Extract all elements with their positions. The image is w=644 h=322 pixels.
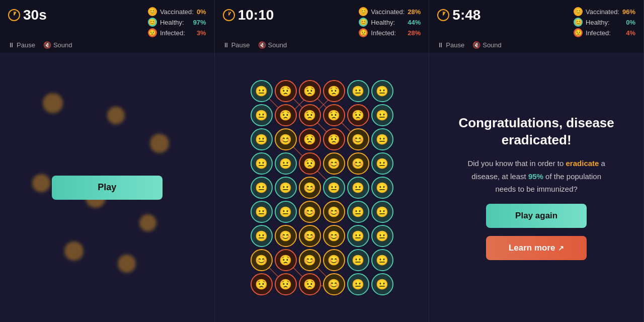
infected-face-2: 😟 bbox=[359, 28, 368, 37]
node-r9c4[interactable]: 😊 bbox=[323, 273, 345, 295]
node-r3c1[interactable]: 😐 bbox=[251, 128, 273, 150]
node-r7c5[interactable]: 😐 bbox=[347, 225, 369, 247]
node-r9c6[interactable]: 😐 bbox=[371, 273, 393, 295]
play-again-button[interactable]: Play again bbox=[486, 204, 587, 228]
node-r6c1[interactable]: 😐 bbox=[251, 201, 273, 223]
node-r8c6[interactable]: 😐 bbox=[371, 249, 393, 271]
node-r7c3[interactable]: 😊 bbox=[299, 225, 321, 247]
timer-icon-1 bbox=[8, 9, 20, 21]
node-r4c4[interactable]: 😊 bbox=[323, 152, 345, 175]
node-r8c3[interactable]: 😊 bbox=[299, 249, 321, 271]
panel-1: 30s 😊 Vaccinated: 0% 😊 Healthy: 97% 😟 In… bbox=[0, 0, 215, 322]
node-r1c3[interactable]: 😟 bbox=[299, 80, 321, 102]
infected-face-1: 😟 bbox=[148, 28, 157, 37]
node-r8c4[interactable]: 😊 bbox=[323, 249, 345, 271]
timer-icon-2 bbox=[223, 9, 235, 21]
panel2-timer: 10:10 bbox=[223, 7, 274, 23]
panel2-stat-vaccinated: 😊 Vaccinated: 28% bbox=[359, 7, 421, 16]
grid-row-3: 😐 😊 😟 😟 😊 😐 bbox=[251, 128, 393, 150]
panel1-controls: ⏸ Pause 🔇 Sound bbox=[0, 41, 214, 53]
vaccinated-face-3: 😊 bbox=[574, 7, 583, 16]
panel1-pause-button[interactable]: ⏸ Pause bbox=[8, 41, 35, 49]
panel1-timer: 30s bbox=[8, 7, 47, 23]
grid-row-2: 😐 😟 😟 😟 😟 😐 bbox=[251, 104, 393, 126]
panel2-controls: ⏸ Pause 🔇 Sound bbox=[215, 41, 429, 53]
panel1-content: Play bbox=[0, 53, 214, 322]
panel1-stat-vaccinated: 😊 Vaccinated: 0% bbox=[148, 7, 206, 16]
panel2-content: 😐 😟 😟 😟 😐 😐 😐 😟 😟 😟 😟 😐 bbox=[215, 53, 429, 322]
panel2-sound-button[interactable]: 🔇 Sound bbox=[258, 41, 287, 49]
panel1-sound-button[interactable]: 🔇 Sound bbox=[43, 41, 72, 49]
node-r3c2[interactable]: 😊 bbox=[275, 128, 297, 150]
node-r2c3[interactable]: 😟 bbox=[299, 104, 321, 126]
panel-3: 5:48 😊 Vaccinated: 96% 😊 Healthy: 0% 😟 I… bbox=[429, 0, 644, 322]
node-r2c6[interactable]: 😐 bbox=[371, 104, 393, 126]
node-r5c4[interactable]: 😐 bbox=[323, 177, 345, 199]
node-r7c6[interactable]: 😐 bbox=[371, 225, 393, 247]
timer-icon-3 bbox=[437, 9, 449, 21]
node-r9c1[interactable]: 😟 bbox=[251, 273, 273, 295]
node-r2c2[interactable]: 😟 bbox=[275, 104, 297, 126]
panel2-stat-infected: 😟 Infected: 28% bbox=[359, 28, 421, 37]
node-r6c3[interactable]: 😊 bbox=[299, 201, 321, 223]
node-r5c6[interactable]: 😐 bbox=[371, 177, 393, 199]
panel2-stat-healthy: 😊 Healthy: 44% bbox=[359, 18, 421, 27]
node-r3c5[interactable]: 😊 bbox=[347, 128, 369, 150]
node-r9c2[interactable]: 😟 bbox=[275, 273, 297, 295]
panel3-stats: 😊 Vaccinated: 96% 😊 Healthy: 0% 😟 Infect… bbox=[574, 7, 635, 37]
node-r2c4[interactable]: 😟 bbox=[323, 104, 345, 126]
panel-2: 10:10 😊 Vaccinated: 28% 😊 Healthy: 44% 😟… bbox=[215, 0, 430, 322]
grid-row-4: 😐 😐 😟 😊 😊 😐 bbox=[251, 152, 393, 175]
panel3-controls: ⏸ Pause 🔇 Sound bbox=[429, 41, 643, 53]
node-r5c1[interactable]: 😐 bbox=[251, 177, 273, 199]
node-r4c6[interactable]: 😐 bbox=[371, 152, 393, 175]
grid-row-9: 😟 😟 😟 😊 😐 😐 bbox=[251, 273, 393, 295]
node-r6c6[interactable]: 😐 bbox=[371, 201, 393, 223]
node-r3c4[interactable]: 😟 bbox=[323, 128, 345, 150]
node-r4c5[interactable]: 😊 bbox=[347, 152, 369, 175]
node-r6c2[interactable]: 😐 bbox=[275, 201, 297, 223]
node-r8c2[interactable]: 😟 bbox=[275, 249, 297, 271]
panel3-pause-button[interactable]: ⏸ Pause bbox=[437, 41, 464, 49]
healthy-face-3: 😊 bbox=[574, 18, 583, 27]
node-r9c5[interactable]: 😐 bbox=[347, 273, 369, 295]
node-r1c1[interactable]: 😐 bbox=[251, 80, 273, 102]
node-r4c1[interactable]: 😐 bbox=[251, 152, 273, 175]
node-r4c2[interactable]: 😐 bbox=[275, 152, 297, 175]
node-r7c2[interactable]: 😊 bbox=[275, 225, 297, 247]
node-r5c2[interactable]: 😐 bbox=[275, 177, 297, 199]
vaccinated-face-1: 😊 bbox=[148, 7, 157, 16]
node-r1c6[interactable]: 😐 bbox=[371, 80, 393, 102]
healthy-face-1: 😊 bbox=[148, 18, 157, 27]
node-r4c3[interactable]: 😟 bbox=[299, 152, 321, 175]
node-r2c5[interactable]: 😟 bbox=[347, 104, 369, 126]
node-r5c5[interactable]: 😐 bbox=[347, 177, 369, 199]
healthy-face-2: 😊 bbox=[359, 18, 368, 27]
vaccinated-face-2: 😊 bbox=[359, 7, 368, 16]
panel3-header: 5:48 😊 Vaccinated: 96% 😊 Healthy: 0% 😟 I… bbox=[429, 0, 643, 41]
panel1-stats: 😊 Vaccinated: 0% 😊 Healthy: 97% 😟 Infect… bbox=[148, 7, 206, 37]
node-r1c4[interactable]: 😟 bbox=[323, 80, 345, 102]
node-r8c1[interactable]: 😊 bbox=[251, 249, 273, 271]
node-r8c5[interactable]: 😐 bbox=[347, 249, 369, 271]
node-r7c1[interactable]: 😐 bbox=[251, 225, 273, 247]
node-r1c5[interactable]: 😐 bbox=[347, 80, 369, 102]
node-r7c4[interactable]: 😊 bbox=[323, 225, 345, 247]
learn-more-button[interactable]: Learn more ↗ bbox=[486, 236, 587, 260]
node-r3c3[interactable]: 😟 bbox=[299, 128, 321, 150]
play-button[interactable]: Play bbox=[52, 176, 163, 200]
node-r6c5[interactable]: 😐 bbox=[347, 201, 369, 223]
node-r2c1[interactable]: 😐 bbox=[251, 104, 273, 126]
panel3-content: Congratulations, disease eradicated! Did… bbox=[429, 53, 643, 322]
external-link-icon: ↗ bbox=[558, 244, 564, 252]
node-r9c3[interactable]: 😟 bbox=[299, 273, 321, 295]
node-r6c4[interactable]: 😊 bbox=[323, 201, 345, 223]
panel3-sound-button[interactable]: 🔇 Sound bbox=[472, 41, 502, 49]
node-r1c2[interactable]: 😟 bbox=[275, 80, 297, 102]
panel2-pause-button[interactable]: ⏸ Pause bbox=[223, 41, 250, 49]
panel1-stat-infected: 😟 Infected: 3% bbox=[148, 28, 206, 37]
node-r5c3[interactable]: 😊 bbox=[299, 177, 321, 199]
node-r3c6[interactable]: 😐 bbox=[371, 128, 393, 150]
panel2-header: 10:10 😊 Vaccinated: 28% 😊 Healthy: 44% 😟… bbox=[215, 0, 429, 41]
grid-row-8: 😊 😟 😊 😊 😐 😐 bbox=[251, 249, 393, 271]
